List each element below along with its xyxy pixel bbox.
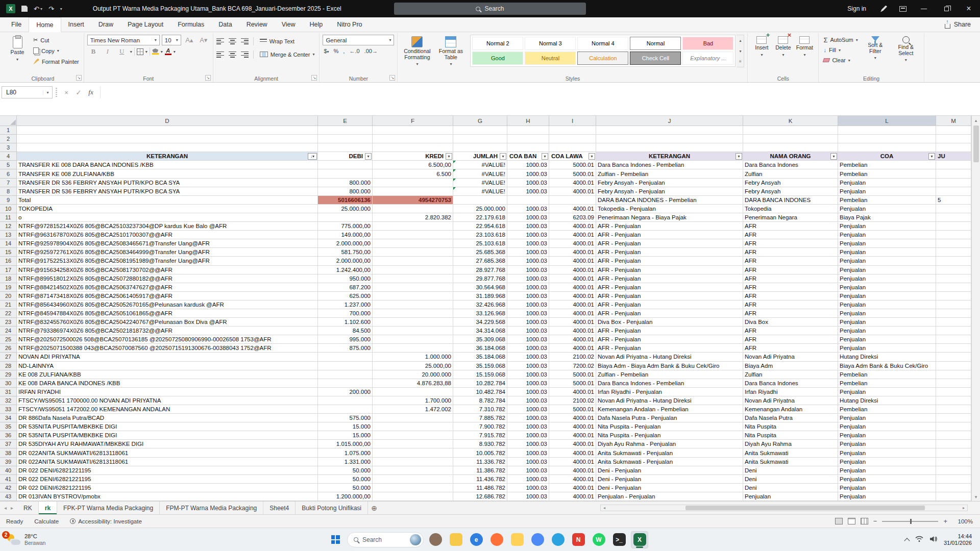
cell-G14[interactable]: 25.103.618 [453, 239, 507, 248]
align-top-button[interactable] [216, 38, 224, 44]
filter-button-I[interactable]: ▾ [589, 153, 595, 160]
cell-D33[interactable]: FTSCY/WS95051 1472002.00 KEMENANGAN ANDA… [17, 405, 318, 414]
cell-L31[interactable]: Penjualan [838, 388, 936, 396]
cell-J33[interactable]: Kemenangan Andalan - Pembelian [596, 405, 743, 414]
cell-J42[interactable]: Deni - Penjualan [596, 484, 743, 492]
alignment-dialog-launcher[interactable]: ↘ [311, 75, 317, 81]
cell-G5[interactable]: #VALUE! [453, 161, 507, 169]
cell-E31[interactable]: 200.000 [318, 388, 373, 396]
filter-button-E[interactable]: ▾ [365, 153, 372, 160]
cell-G4[interactable]: JUMLAH▾ [453, 152, 507, 161]
cell-G2[interactable] [453, 135, 507, 143]
cell-H28[interactable]: 1000.03 [507, 362, 549, 370]
cell-D36[interactable]: DR 535NITA PUSPITA/MBKBKE DIGI [17, 431, 318, 440]
zoom-out-button[interactable]: − [873, 517, 877, 525]
row-header-27[interactable]: 27 [0, 353, 17, 361]
cell-E12[interactable]: 775.000,00 [318, 222, 373, 231]
cell-L20[interactable]: Penjualan [838, 292, 936, 300]
align-bottom-button[interactable] [241, 38, 249, 44]
normal-view-button[interactable] [835, 518, 843, 524]
status-calculate[interactable]: Calculate [34, 518, 59, 524]
cell-D30[interactable]: KE 008 DARA BANCA INDONES /KBB [17, 379, 318, 388]
taskbar-edge-icon[interactable]: e [468, 531, 485, 548]
select-all-corner[interactable] [0, 116, 17, 126]
cell-L23[interactable]: Penjualan [838, 318, 936, 327]
filter-button-H[interactable]: ▾ [542, 153, 548, 160]
underline-button[interactable]: U [116, 47, 128, 56]
cell-G35[interactable]: 7.900.782 [453, 422, 507, 431]
cell-F11[interactable]: 2.820.382 [373, 213, 453, 222]
taskbar-whatsapp-icon[interactable]: W [590, 531, 607, 548]
cell-F31[interactable] [373, 388, 453, 396]
cell-F35[interactable] [373, 422, 453, 431]
row-header-28[interactable]: 28 [0, 362, 17, 370]
taskbar-clock[interactable]: 14:44 31/01/2026 [944, 533, 972, 546]
cell-M20[interactable] [936, 292, 971, 300]
cell-G34[interactable]: 7.885.782 [453, 414, 507, 422]
cell-H14[interactable]: 1000.03 [507, 239, 549, 248]
cell-D34[interactable]: DR 886Dafa Nasela Putra/BCAD [17, 414, 318, 422]
cell-K19[interactable]: AFR [743, 283, 838, 292]
cell-F12[interactable] [373, 222, 453, 231]
ribbon-tab-file[interactable]: File [4, 17, 29, 32]
row-header-24[interactable]: 24 [0, 327, 17, 335]
cell-H33[interactable]: 1000.03 [507, 405, 549, 414]
cell-H31[interactable]: 1000.03 [507, 388, 549, 396]
align-right-button[interactable] [241, 52, 249, 58]
page-layout-view-button[interactable] [848, 518, 855, 524]
cell-M39[interactable] [936, 458, 971, 466]
cell-M35[interactable] [936, 422, 971, 431]
cell-K1[interactable] [743, 126, 838, 135]
cell-K32[interactable]: Novan Adi Priyatna [743, 396, 838, 405]
gallery-more-button[interactable]: ≡ [737, 56, 744, 67]
row-header-25[interactable]: 25 [0, 335, 17, 344]
cell-I15[interactable]: 4000.01 [549, 248, 596, 257]
cell-J12[interactable]: AFR - Penjualan [596, 222, 743, 231]
cell-E22[interactable]: 700.000 [318, 309, 373, 318]
cell-D3[interactable] [17, 143, 318, 152]
shrink-font-button[interactable]: A▾ [198, 36, 210, 44]
customize-qat-button[interactable]: ▾ [60, 7, 62, 11]
cell-G33[interactable]: 7.310.782 [453, 405, 507, 414]
insert-function-button[interactable]: fx [85, 88, 97, 96]
ribbon-tab-help[interactable]: Help [303, 17, 330, 32]
cell-K20[interactable]: AFR [743, 292, 838, 300]
cell-G10[interactable]: 25.000.000 [453, 205, 507, 213]
format-cells-button[interactable]: Format▾ [794, 35, 815, 59]
cell-K41[interactable]: Deni [743, 475, 838, 484]
tab-scroll-left-icon[interactable]: ◂ [4, 505, 7, 511]
cell-F32[interactable]: 1.700.000 [373, 396, 453, 405]
cell-I2[interactable] [549, 135, 596, 143]
cell-M12[interactable] [936, 222, 971, 231]
bold-button[interactable]: B [87, 47, 100, 56]
cell-E17[interactable]: 1.242.400,00 [318, 266, 373, 274]
cell-M28[interactable] [936, 362, 971, 370]
cell-D29[interactable]: KE 008 ZULFIANA/KBB [17, 370, 318, 379]
cell-E19[interactable]: 687.200 [318, 283, 373, 292]
cell-E1[interactable] [318, 126, 373, 135]
cell-K14[interactable]: AFR [743, 239, 838, 248]
cell-G41[interactable]: 11.436.782 [453, 475, 507, 484]
filter-button-K[interactable]: ▾ [830, 153, 837, 160]
cell-M14[interactable] [936, 239, 971, 248]
scroll-down-icon[interactable]: ▾ [972, 492, 980, 501]
row-header-18[interactable]: 18 [0, 274, 17, 283]
cell-I3[interactable] [549, 143, 596, 152]
cell-F21[interactable] [373, 300, 453, 309]
cell-E38[interactable]: 1.075.000 [318, 448, 373, 457]
cell-J35[interactable]: Nita Puspita - Penjualan [596, 422, 743, 431]
cell-E41[interactable]: 50.000 [318, 475, 373, 484]
cell-H23[interactable]: 1000.03 [507, 318, 549, 327]
cell-J16[interactable]: AFR - Penjualan [596, 257, 743, 265]
sheet-tab-5-bukti-potong-unifikasi[interactable]: Bukti Potong Unifikasi [296, 502, 368, 514]
cell-F40[interactable] [373, 466, 453, 475]
column-header-H[interactable]: H [507, 116, 549, 126]
fill-button[interactable]: ↓Fill▾ [822, 45, 859, 55]
cell-L8[interactable]: Penjualan [838, 187, 936, 196]
cell-K39[interactable]: Anita Sukmawati [743, 458, 838, 466]
cell-K28[interactable]: Biaya Adm [743, 362, 838, 370]
cell-H35[interactable]: 1000.03 [507, 422, 549, 431]
cell-I16[interactable]: 4000.01 [549, 257, 596, 265]
sheet-tab-4-sheet4[interactable]: Sheet4 [263, 502, 296, 514]
cell-H11[interactable]: 1000.03 [507, 213, 549, 222]
